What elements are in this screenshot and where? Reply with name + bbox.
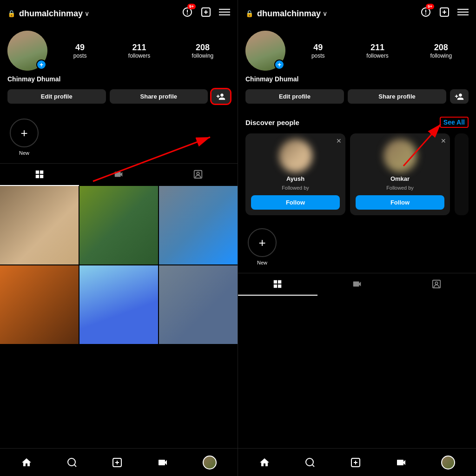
left-header: 🔒 dhumalchinmay ∨ 9+ <box>0 0 238 27</box>
right-stats-row: 49 posts 211 followers 208 following <box>295 43 469 59</box>
right-profile-name: Chinmay Dhumal <box>245 75 469 83</box>
right-posts-stat[interactable]: 49 posts <box>311 43 325 59</box>
left-nav-search[interactable] <box>66 457 78 468</box>
follow-ayush-button[interactable]: Follow <box>251 195 340 210</box>
left-tab-reels[interactable] <box>79 164 158 186</box>
right-nav-avatar[interactable] <box>441 456 455 469</box>
photo-5[interactable] <box>79 265 158 344</box>
omkar-avatar <box>383 139 417 172</box>
left-posts-num: 49 <box>75 43 85 53</box>
right-chevron-icon[interactable]: ∨ <box>323 10 327 17</box>
menu-icon-right[interactable] <box>457 7 469 20</box>
left-avatar-add-btn[interactable]: + <box>36 60 46 70</box>
notification-badge-right: 9+ <box>426 4 434 9</box>
left-story-add-circle[interactable]: + <box>10 119 39 147</box>
svg-point-10 <box>68 458 75 466</box>
photo-1[interactable] <box>0 186 79 264</box>
left-new-story[interactable]: + New <box>7 119 41 156</box>
right-new-story[interactable]: + New <box>245 228 279 265</box>
person-card-partial <box>455 133 469 215</box>
left-username[interactable]: dhumalchinmay <box>19 9 83 19</box>
add-icon-left[interactable] <box>200 7 212 20</box>
right-tab-grid[interactable] <box>238 273 317 296</box>
left-avatar-wrap: + <box>7 31 47 71</box>
photo-2[interactable] <box>79 186 158 264</box>
right-followers-label: followers <box>366 53 388 59</box>
left-nav-add[interactable] <box>112 457 123 468</box>
left-posts-stat[interactable]: 49 posts <box>73 43 87 59</box>
left-tab-grid[interactable] <box>0 164 79 186</box>
threads-icon-right[interactable]: 9+ <box>420 7 431 20</box>
svg-point-9 <box>197 172 199 175</box>
right-nav-reels[interactable] <box>396 457 407 468</box>
ayush-followed-by: Followed by <box>282 185 309 191</box>
right-story-new-label: New <box>257 260 267 265</box>
left-share-profile-button[interactable]: Share profile <box>110 89 208 104</box>
left-following-num: 208 <box>196 43 210 53</box>
svg-rect-3 <box>219 9 230 10</box>
svg-rect-19 <box>457 14 469 15</box>
left-following-stat[interactable]: 208 following <box>192 43 214 59</box>
left-followers-label: followers <box>128 53 150 59</box>
left-profile-section: + 49 posts 211 followers 208 following C… <box>0 27 238 111</box>
threads-icon-left[interactable]: 9+ <box>182 7 193 20</box>
right-edit-profile-button[interactable]: Edit profile <box>245 89 344 104</box>
left-edit-profile-button[interactable]: Edit profile <box>7 89 106 104</box>
add-icon-right[interactable] <box>439 7 450 20</box>
right-share-profile-button[interactable]: Share profile <box>348 89 446 104</box>
follow-omkar-button[interactable]: Follow <box>356 195 444 210</box>
right-header: 🔒 dhumalchinmay ∨ 9+ <box>238 0 476 27</box>
right-profile-row: + 49 posts 211 followers 208 following <box>245 31 469 71</box>
left-nav-home[interactable] <box>21 457 32 468</box>
left-username-row: 🔒 dhumalchinmay ∨ <box>7 9 182 19</box>
svg-point-23 <box>435 282 438 284</box>
right-nav-profile[interactable] <box>441 456 455 469</box>
svg-rect-17 <box>457 9 469 10</box>
right-tabs-row <box>238 273 476 296</box>
photo-6[interactable] <box>159 265 238 344</box>
left-nav-avatar[interactable] <box>203 456 217 469</box>
left-following-label: following <box>192 53 214 59</box>
discover-title: Discover people <box>245 119 299 126</box>
right-add-person-button[interactable] <box>450 89 469 104</box>
photo-3[interactable] <box>159 186 238 264</box>
right-following-label: following <box>430 53 452 59</box>
close-omkar-button[interactable]: ✕ <box>441 137 446 145</box>
left-posts-label: posts <box>73 53 87 59</box>
right-nav-add[interactable] <box>350 457 361 468</box>
left-nav-reels[interactable] <box>157 457 168 468</box>
photo-4[interactable] <box>0 265 79 344</box>
right-tab-tagged[interactable] <box>397 273 476 296</box>
left-chevron-icon[interactable]: ∨ <box>85 10 89 17</box>
right-nav-home[interactable] <box>259 457 270 468</box>
left-nav-profile[interactable] <box>203 456 217 469</box>
menu-icon-left[interactable] <box>219 7 230 20</box>
left-tab-tagged[interactable] <box>159 164 238 186</box>
svg-rect-5 <box>219 14 230 15</box>
see-all-button[interactable]: See All <box>440 117 469 128</box>
right-bottom-nav <box>238 448 476 476</box>
left-add-person-button[interactable] <box>212 89 230 104</box>
right-following-stat[interactable]: 208 following <box>430 43 452 59</box>
ayush-name: Ayush <box>286 175 304 182</box>
right-scroll-area: 🔒 dhumalchinmay ∨ 9+ <box>238 0 476 448</box>
close-ayush-button[interactable]: ✕ <box>336 137 342 145</box>
right-header-icons: 9+ <box>420 7 469 20</box>
notification-badge-left: 9+ <box>187 4 196 9</box>
people-cards: ✕ Ayush Followed by Follow ✕ Omkar Follo… <box>245 133 469 215</box>
right-avatar-add-btn[interactable]: + <box>274 60 284 70</box>
right-story-add-circle[interactable]: + <box>248 228 277 257</box>
left-tabs-row <box>0 163 238 186</box>
left-followers-stat[interactable]: 211 followers <box>128 43 150 59</box>
left-profile-buttons: Edit profile Share profile <box>7 89 230 104</box>
omkar-followed-by: Followed by <box>386 185 414 191</box>
right-profile-buttons: Edit profile Share profile <box>245 89 469 104</box>
left-phone-panel: 🔒 dhumalchinmay ∨ 9+ + <box>0 0 238 476</box>
right-followers-stat[interactable]: 211 followers <box>366 43 388 59</box>
left-followers-num: 211 <box>132 43 146 53</box>
right-username[interactable]: dhumalchinmay <box>257 9 321 19</box>
svg-rect-4 <box>219 12 230 13</box>
right-username-row: 🔒 dhumalchinmay ∨ <box>245 9 420 19</box>
right-tab-reels[interactable] <box>317 273 397 296</box>
right-nav-search[interactable] <box>304 457 316 468</box>
